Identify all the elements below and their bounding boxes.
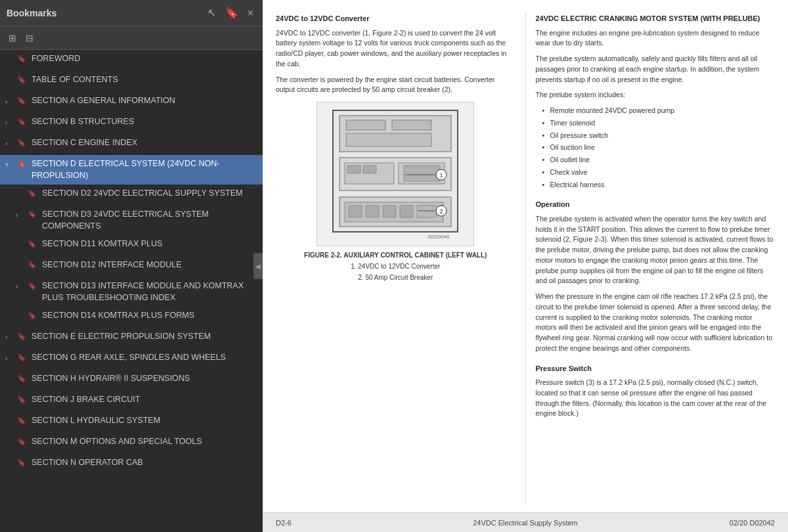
resize-handle[interactable]: ◀ (253, 253, 263, 279)
bookmark-item-section-d2[interactable]: 🔖SECTION D2 24VDC ELECTRICAL SUPPLY SYST… (0, 185, 263, 206)
bookmark-item-section-c[interactable]: ›🔖SECTION C ENGINE INDEX (0, 134, 263, 155)
bookmark-icon: 🔖 (17, 138, 28, 148)
bookmark-label-section-h: SECTION H HYDRAIR® II SUSPENSIONS (32, 373, 257, 385)
svg-rect-10 (404, 166, 440, 181)
svg-text:D020046: D020046 (428, 234, 450, 240)
figure-svg: 1 2 D020046 (320, 104, 471, 245)
svg-rect-9 (363, 166, 376, 173)
expand-arrow-icon[interactable]: › (5, 353, 16, 363)
expand-arrow-icon[interactable]: ▾ (5, 160, 16, 169)
collapse-all-button[interactable]: ⊟ (22, 31, 37, 45)
bookmark-icon: 🔖 (28, 210, 38, 219)
right-para-2: The prelube system automatically, safely… (536, 54, 776, 85)
bullet-item: Remote mounted 24VDC powered pump (542, 106, 776, 116)
figure-sub-1: 1. 24VDC to 12VDC Converter (276, 261, 515, 271)
bookmark-label-section-j: SECTION J BRAKE CIRCUIT (32, 394, 257, 406)
bookmark-label-section-d14: SECTION D14 KOMTRAX PLUS FORMS (42, 310, 257, 322)
expand-arrow-icon[interactable]: › (5, 97, 16, 106)
content-body: 24VDC to 12VDC Converter 24VDC to 12VDC … (263, 0, 788, 512)
svg-text:1: 1 (440, 172, 443, 179)
bookmark-label-section-c: SECTION C ENGINE INDEX (32, 137, 257, 149)
cursor-icon[interactable]: ↖ (205, 5, 219, 20)
svg-rect-15 (383, 206, 396, 217)
close-button[interactable]: × (245, 6, 256, 20)
sidebar-toolbar: ⊞ ⊟ (0, 26, 263, 50)
figure-sub-2: 2. 50 Amp Circuit Breaker (276, 273, 515, 282)
right-heading-1: 24VDC ELECTRIC CRANKING MOTOR SYSTEM (WI… (536, 13, 776, 24)
bookmark-add-icon[interactable]: 🔖 (223, 5, 241, 20)
bookmark-item-section-d11[interactable]: 🔖SECTION D11 KOMTRAX PLUS (0, 235, 263, 256)
right-para-3: The prelube system includes: (536, 90, 776, 100)
bullet-item: Timer solenoid (542, 118, 776, 129)
bookmark-icon: 🔖 (28, 260, 38, 270)
spacer-icon (16, 240, 26, 240)
bookmark-label-toc: TABLE OF CONTENTS (32, 74, 257, 86)
bookmark-label-section-d13: SECTION D13 INTERFACE MODULE AND KOMTRAX… (42, 280, 257, 303)
expand-arrow-icon[interactable]: › (5, 332, 16, 342)
right-heading-3: Pressure Switch (536, 363, 776, 374)
expand-arrow-icon[interactable]: › (5, 118, 16, 127)
content-footer: D2-6 24VDC Electrical Supply System 02/2… (263, 512, 788, 532)
bookmark-item-section-d14[interactable]: 🔖SECTION D14 KOMTRAX PLUS FORMS (0, 307, 263, 328)
bullet-item: Oil suction line (542, 143, 776, 153)
spacer-icon (5, 395, 16, 396)
footer-page-right: 02/20 D02042 (609, 519, 775, 527)
bookmark-item-foreword[interactable]: 🔖FOREWORD (0, 50, 263, 71)
bookmark-label-section-b: SECTION B STRUCTURES (32, 116, 257, 128)
svg-text:2: 2 (440, 208, 443, 215)
expand-arrow-icon[interactable]: › (16, 282, 26, 292)
bookmark-icon: 🔖 (28, 239, 38, 249)
bookmark-label-section-e: SECTION E ELECTRIC PROPULSION SYSTEM (32, 331, 257, 343)
left-column: 24VDC to 12VDC Converter 24VDC to 12VDC … (276, 13, 522, 506)
bookmark-icon: 🔖 (17, 75, 28, 85)
prelube-bullet-list: Remote mounted 24VDC powered pumpTimer s… (542, 106, 776, 190)
spacer-icon (5, 458, 16, 459)
bookmark-item-section-n[interactable]: 🔖SECTION N OPERATOR CAB (0, 454, 263, 475)
svg-rect-14 (366, 206, 379, 217)
expand-arrow-icon[interactable]: › (5, 139, 16, 148)
bookmark-item-section-a[interactable]: ›🔖SECTION A GENERAL INFORMATION (0, 92, 263, 113)
bookmark-icon: 🔖 (17, 353, 28, 363)
bullet-item: Oil pressure switch (542, 131, 776, 141)
bookmark-label-foreword: FOREWORD (32, 53, 257, 65)
sidebar-title: Bookmarks (7, 8, 56, 18)
bookmark-label-section-a: SECTION A GENERAL INFORMATION (32, 95, 257, 107)
bookmark-icon: 🔖 (17, 159, 28, 169)
right-heading-2: Operation (536, 199, 776, 210)
sidebar-header-icons: ↖ 🔖 × (205, 5, 256, 20)
main-content: 24VDC to 12VDC Converter 24VDC to 12VDC … (263, 0, 788, 532)
bookmark-item-section-d13[interactable]: ›🔖SECTION D13 INTERFACE MODULE AND KOMTR… (0, 277, 263, 307)
spacer-icon (16, 311, 26, 312)
bookmark-item-section-e[interactable]: ›🔖SECTION E ELECTRIC PROPULSION SYSTEM (0, 328, 263, 349)
left-heading-1: 24VDC to 12VDC Converter (276, 13, 515, 24)
bookmark-item-section-j[interactable]: 🔖SECTION J BRAKE CIRCUIT (0, 391, 263, 412)
bookmark-item-section-h[interactable]: 🔖SECTION H HYDRAIR® II SUSPENSIONS (0, 370, 263, 391)
footer-section-title: 24VDC Electrical Supply System (442, 519, 608, 527)
bookmark-item-section-l[interactable]: 🔖SECTION L HYDRAULIC SYSTEM (0, 412, 263, 433)
figure-container: 1 2 D020046 FIGURE 2-2. AUXILIARY CONTRO… (276, 102, 515, 282)
bookmark-icon: 🔖 (28, 188, 38, 198)
bookmark-item-section-d[interactable]: ▾🔖SECTION D ELECTRICAL SYSTEM (24VDC NON… (0, 155, 263, 185)
sidebar-header: Bookmarks ↖ 🔖 × (0, 0, 263, 26)
bookmark-label-section-d: SECTION D ELECTRICAL SYSTEM (24VDC NON-P… (32, 158, 257, 181)
bookmark-item-section-b[interactable]: ›🔖SECTION B STRUCTURES (0, 113, 263, 134)
bookmark-item-section-m[interactable]: 🔖SECTION M OPTIONS AND SPECIAL TOOLS (0, 433, 263, 454)
bookmark-item-section-d12[interactable]: 🔖SECTION D12 INTERFACE MODULE (0, 256, 263, 277)
bookmark-label-section-d12: SECTION D12 INTERFACE MODULE (42, 259, 257, 271)
sidebar: Bookmarks ↖ 🔖 × ⊞ ⊟ 🔖FOREWORD 🔖TABLE OF … (0, 0, 263, 532)
bookmark-icon: 🔖 (17, 117, 28, 127)
bookmark-label-section-d11: SECTION D11 KOMTRAX PLUS (42, 238, 257, 250)
bookmark-item-section-g[interactable]: ›🔖SECTION G REAR AXLE, SPINDLES AND WHEE… (0, 349, 263, 370)
bookmark-label-section-n: SECTION N OPERATOR CAB (32, 457, 257, 469)
expand-all-button[interactable]: ⊞ (5, 31, 20, 45)
bookmark-icon: 🔖 (17, 54, 28, 64)
bookmark-icon: 🔖 (17, 416, 28, 426)
svg-rect-13 (349, 206, 362, 217)
bookmark-item-toc[interactable]: 🔖TABLE OF CONTENTS (0, 71, 263, 92)
expand-arrow-icon[interactable]: › (16, 210, 26, 220)
svg-rect-17 (417, 206, 437, 217)
bookmark-item-section-d3[interactable]: ›🔖SECTION D3 24VDC ELECTRICAL SYSTEM COM… (0, 206, 263, 235)
right-para-6: Pressure switch (3) is a 17.2 kPa (2.5 p… (536, 378, 776, 419)
spacer-icon (5, 437, 16, 438)
bookmark-icon: 🔖 (17, 96, 28, 106)
